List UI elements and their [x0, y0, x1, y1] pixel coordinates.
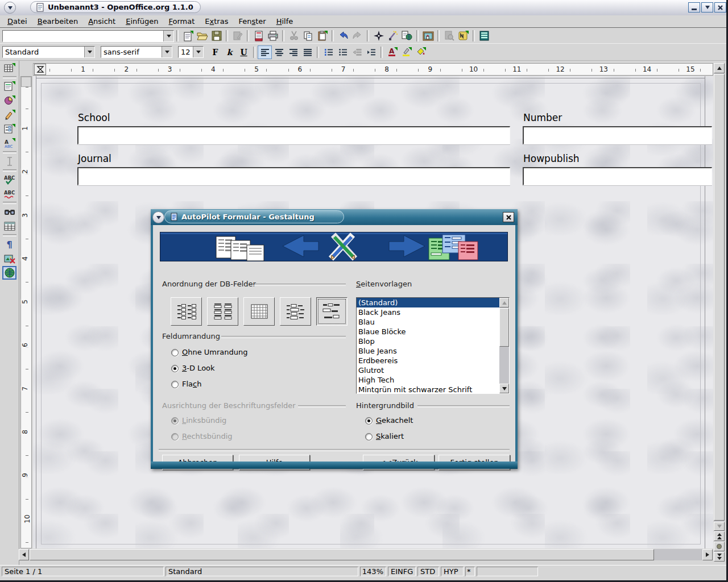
status-page-style[interactable]: Standard [166, 567, 358, 576]
status-zoom[interactable]: 143% [360, 567, 386, 576]
layout-blocks-labels-left-button[interactable] [280, 297, 311, 326]
insert-icon[interactable] [2, 80, 16, 93]
horizontal-ruler[interactable]: 123456789101112131415 [33, 63, 713, 76]
bold-button[interactable]: F [208, 45, 222, 59]
paragraph-background-icon[interactable] [413, 45, 428, 59]
style-list-item[interactable]: Blue Jeans [357, 346, 500, 356]
close-button[interactable] [714, 2, 726, 13]
numbered-list-icon[interactable] [321, 45, 336, 59]
scroll-left-button[interactable] [19, 549, 29, 560]
new-document-icon[interactable] [181, 29, 195, 43]
style-list-item[interactable]: Blaue Blöcke [357, 327, 500, 336]
flat-label[interactable]: Flach [182, 380, 201, 388]
undo-icon[interactable] [336, 29, 350, 43]
list-scroll-down-button[interactable] [499, 384, 509, 393]
align-center-icon[interactable] [272, 45, 286, 59]
menu-item-hilfe[interactable]: Hilfe [271, 16, 299, 27]
layout-blocks-labels-top-button[interactable] [316, 297, 348, 326]
listbox-scrollbar[interactable] [499, 298, 509, 393]
font-color-icon[interactable]: A [385, 45, 399, 59]
scroll-up-button[interactable] [714, 63, 725, 73]
datasources-icon[interactable] [477, 29, 491, 43]
paragraph-style-value[interactable]: Standard [3, 47, 84, 57]
decrease-indent-icon[interactable] [350, 45, 364, 59]
draw-functions-icon[interactable] [2, 108, 16, 122]
menu-item-ansicht[interactable]: Ansicht [83, 16, 121, 27]
style-list-item[interactable]: Blop [357, 336, 500, 346]
status-insert-mode[interactable]: EINFG [388, 567, 416, 576]
page-styles-listbox[interactable]: (Standard)Black JeansBlauBlaue BlöckeBlo… [356, 297, 510, 394]
align-right-icon[interactable] [286, 45, 300, 59]
list-scroll-up-button[interactable] [499, 298, 509, 307]
increase-indent-icon[interactable] [364, 45, 378, 59]
export-pdf-icon[interactable] [251, 29, 266, 43]
paragraph-style-combobox[interactable]: Standard [2, 46, 95, 58]
style-list-item[interactable]: Black Jeans [357, 307, 500, 317]
menu-item-extras[interactable]: Extras [200, 16, 233, 27]
navigator-icon[interactable] [371, 29, 386, 43]
scroll-down-button[interactable] [714, 522, 725, 531]
maximize-button[interactable] [701, 2, 713, 13]
style-dropdown-button[interactable] [84, 47, 94, 57]
insert-object-icon[interactable] [2, 94, 16, 107]
journal-field[interactable] [77, 167, 510, 185]
dialog-close-button[interactable] [503, 212, 514, 222]
font-size-combobox[interactable]: 12 [178, 46, 204, 58]
direct-cursor-icon[interactable] [2, 155, 16, 168]
horizontal-scroll-thumb[interactable] [30, 549, 654, 560]
previous-page-button[interactable] [714, 531, 725, 541]
style-list-item[interactable]: Blau [357, 317, 500, 327]
menu-item-einf-gen[interactable]: Einfügen [121, 16, 163, 27]
dialog-title-bar[interactable]: AutoPilot Formular - Gestaltung [151, 209, 518, 226]
tiled-label[interactable]: Gekachelt [376, 416, 413, 425]
navigator-toggle-icon[interactable] [456, 29, 470, 43]
scaled-radio[interactable] [365, 433, 373, 440]
copy-icon[interactable] [301, 29, 315, 43]
window-menu-button[interactable] [4, 2, 16, 14]
menu-item-format[interactable]: Format [164, 16, 200, 27]
font-dropdown-button[interactable] [162, 47, 172, 57]
tiled-radio[interactable] [365, 417, 373, 425]
threed-look-radio[interactable] [171, 365, 179, 372]
status-hyperlink-mode[interactable]: HYP [441, 567, 464, 576]
font-name-value[interactable]: sans-serif [101, 47, 162, 57]
find-replace-icon[interactable] [2, 205, 16, 219]
vertical-scrollbar[interactable] [714, 63, 725, 562]
list-scroll-thumb[interactable] [499, 308, 509, 347]
stylist-icon[interactable] [386, 29, 400, 43]
style-list-item[interactable]: Glutrot [357, 365, 500, 375]
vertical-scroll-thumb[interactable] [714, 74, 725, 521]
style-list-item[interactable]: High Tech [357, 375, 500, 385]
cut-icon[interactable] [287, 29, 301, 43]
autotext-icon[interactable]: AABC [2, 136, 16, 150]
status-selection-mode[interactable]: STD [417, 567, 439, 576]
url-combobox[interactable] [2, 30, 174, 42]
edit-file-icon[interactable] [230, 29, 245, 43]
bullet-list-icon[interactable] [336, 45, 350, 59]
threed-look-label[interactable]: 3-D Look [182, 364, 215, 372]
print-icon[interactable] [266, 29, 280, 43]
font-name-combobox[interactable]: sans-serif [101, 46, 172, 58]
open-icon[interactable] [195, 29, 209, 43]
nonprinting-characters-icon[interactable]: ¶ [2, 238, 16, 251]
menu-item-datei[interactable]: Datei [2, 16, 32, 27]
number-field[interactable] [523, 126, 712, 144]
url-value[interactable] [3, 31, 163, 41]
save-icon[interactable] [209, 29, 224, 43]
spellcheck-icon[interactable]: ABC [2, 173, 16, 186]
url-dropdown-button[interactable] [163, 31, 173, 41]
graphics-toggle-icon[interactable] [2, 252, 16, 265]
dialog-menu-button[interactable] [152, 211, 164, 223]
underline-button[interactable]: U [237, 45, 251, 59]
font-size-value[interactable]: 12 [179, 47, 193, 57]
justify-icon[interactable] [300, 45, 315, 59]
italic-button[interactable]: k [222, 45, 237, 59]
highlighting-icon[interactable] [399, 45, 413, 59]
horizontal-scrollbar[interactable] [19, 549, 713, 560]
style-list-item[interactable]: (Standard) [357, 298, 500, 307]
style-list-item[interactable]: Mintgrün mit schwarzer Schrift [357, 385, 500, 394]
scroll-right-button[interactable] [702, 549, 713, 560]
tab-stop-selector[interactable] [34, 64, 46, 75]
auto-spellcheck-icon[interactable]: ABC [2, 187, 16, 201]
hyperlink-dialog-icon[interactable] [400, 29, 414, 43]
